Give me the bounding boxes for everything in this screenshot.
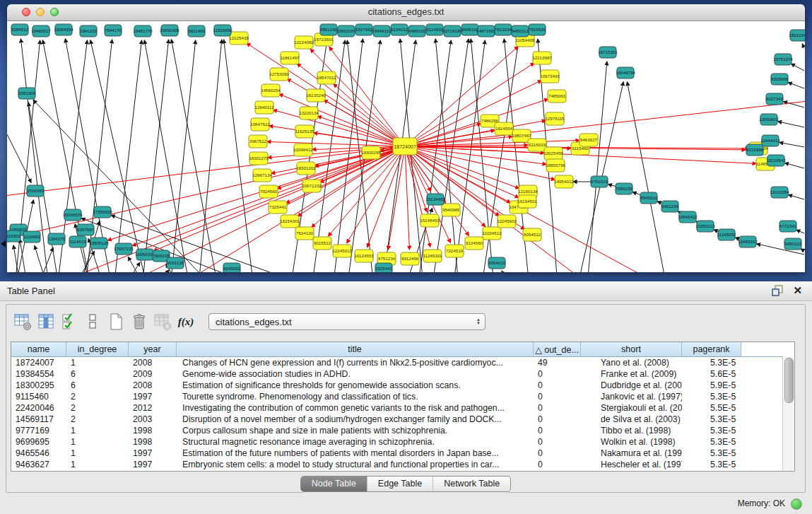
network-node[interactable]: 12093822 [759,114,779,125]
network-node[interactable]: 9912456 [401,252,419,265]
network-node[interactable]: 9015512 [313,237,331,250]
network-node[interactable]: 12753090 [269,68,289,81]
create-table-button[interactable] [105,311,126,332]
network-node[interactable]: 15134457 [425,194,445,205]
network-node[interactable]: 7515526 [529,24,546,35]
column-header-short[interactable]: short [581,342,682,356]
network-node[interactable]: 6466100 [408,25,426,37]
network-node[interactable]: 6216019 [528,139,546,151]
network-node[interactable]: 10973493 [540,70,560,83]
network-node[interactable]: 10099412 [293,144,313,156]
network-node[interactable]: 11625135 [295,125,314,138]
function-builder-button[interactable]: f(x) [175,311,196,332]
network-node[interactable]: 12967134 [252,169,272,182]
network-node[interactable]: 9450123 [784,238,802,250]
close-panel-icon[interactable]: ✕ [793,284,802,298]
network-node[interactable]: 20691406 [160,25,180,36]
window-zoom-button[interactable] [50,8,59,16]
column-header-pagerank[interactable]: pagerank [682,342,741,356]
network-node[interactable]: 15012345 [789,30,805,41]
show-columns-button[interactable] [35,311,57,332]
window-close-button[interactable] [22,8,30,16]
network-node[interactable]: 1115682 [23,231,40,243]
table-selector-dropdown[interactable]: citations_edges.txt ▲▼ [208,313,486,330]
row-height-button[interactable] [82,311,103,332]
network-node[interactable]: 8215958 [746,144,764,156]
network-node[interactable]: 7485063 [548,90,566,103]
network-node[interactable]: 17359928 [93,206,112,218]
tab-edge-table[interactable]: Edge Table [367,477,433,491]
network-node[interactable]: 10025458 [543,147,563,160]
table-row[interactable]: 946554611997Estimation of the future num… [11,448,794,459]
network-node[interactable]: 1114519 [69,236,86,247]
network-node[interactable]: 10210643 [766,155,786,166]
network-node[interactable]: 9463627 [579,134,598,146]
network-node[interactable]: 10945422 [678,211,698,223]
network-node[interactable]: 11861497 [280,52,300,64]
network-node[interactable]: 9134560 [465,237,483,250]
network-node[interactable]: 10460517 [31,25,51,37]
table-row[interactable]: 2242004622012Investigating the contribut… [11,402,794,414]
network-node[interactable]: 12103354 [770,187,789,198]
tab-node-table[interactable]: Node Table [301,477,367,491]
network-node[interactable]: 13505125 [89,238,109,249]
delete-table-button[interactable] [129,311,150,332]
network-node[interactable]: 9245052 [223,263,241,272]
network-node[interactable]: 18300295 [361,146,381,159]
network-node[interactable]: 7824560 [259,185,278,198]
network-node[interactable]: 8561230 [320,24,338,35]
network-node[interactable]: 7699155 [616,183,633,194]
network-node[interactable]: 10647512 [250,118,270,131]
panel-collapse-arrow[interactable] [1,240,6,247]
window-minimize-button[interactable] [36,8,45,16]
table-row[interactable]: 946362711997Embryonic stem cells: a mode… [11,459,794,470]
table-mode-button[interactable] [12,311,33,332]
network-node[interactable]: 9450113 [512,25,529,37]
network-node[interactable]: 7634120 [295,227,314,240]
network-node[interactable]: 12245013 [332,245,352,257]
table-row[interactable]: 1938455462009Genome-wide association stu… [11,368,794,380]
network-node[interactable]: 16715351 [598,47,618,58]
float-panel-icon[interactable] [771,285,784,296]
network-node[interactable]: 6772341 [779,221,797,232]
network-node[interactable]: 2051309 [18,88,36,99]
network-node[interactable]: 12444413 [760,135,780,146]
network-node[interactable]: 12975115 [545,112,565,125]
network-node[interactable]: 2526065 [27,185,45,197]
network-node[interactable]: 18955796 [546,159,565,172]
table-row[interactable]: 977716911998Corpus callosum shape and si… [11,425,794,436]
network-node[interactable]: 16849121 [372,25,392,37]
network-node[interactable]: 11245052 [717,229,736,240]
network-node[interactable]: 10124553 [354,250,374,262]
column-header-year[interactable]: year [129,342,177,356]
network-node[interactable]: 6954012 [488,257,506,269]
network-node[interactable]: 10719184 [442,25,462,37]
network-node[interactable]: 19384554 [54,24,73,35]
network-node[interactable]: 20206576 [63,209,83,221]
network-node[interactable]: 11516890 [213,25,233,36]
network-node[interactable]: 9015135 [167,257,184,269]
select-columns-button[interactable] [59,311,80,332]
table-row[interactable]: 969969511998Structural magnetic resonanc… [11,436,794,448]
network-node[interactable]: 12125439 [229,32,249,45]
network-canvas[interactable]: 1830029512224060118614971275309014560254… [7,21,805,272]
network-hub-node[interactable]: 18724007 [393,138,417,155]
network-node[interactable]: 15751074 [773,54,793,65]
network-node[interactable]: 12213987 [532,52,552,64]
network-node[interactable]: 11034512 [482,227,502,240]
network-node[interactable]: 9397587 [77,224,95,235]
network-node[interactable]: 1394275 [48,233,66,245]
tab-network-table[interactable]: Network Table [433,477,510,491]
network-node[interactable]: 9546985 [442,204,460,216]
network-view[interactable]: 1830029512224060118614971275309014560254… [7,21,805,272]
network-node[interactable]: 9227343 [766,93,784,105]
network-node[interactable]: 16154301 [280,215,300,228]
network-node[interactable]: 17957225 [114,243,134,255]
delete-column-button[interactable] [152,311,173,332]
network-node[interactable]: 9134012 [391,24,408,35]
network-node[interactable]: 12940112 [254,101,274,114]
network-node[interactable]: 3967512 [249,135,267,148]
network-node[interactable]: 10350213 [695,221,715,232]
network-node[interactable]: 16135240 [306,89,326,102]
network-node[interactable]: 11245301 [423,250,442,262]
